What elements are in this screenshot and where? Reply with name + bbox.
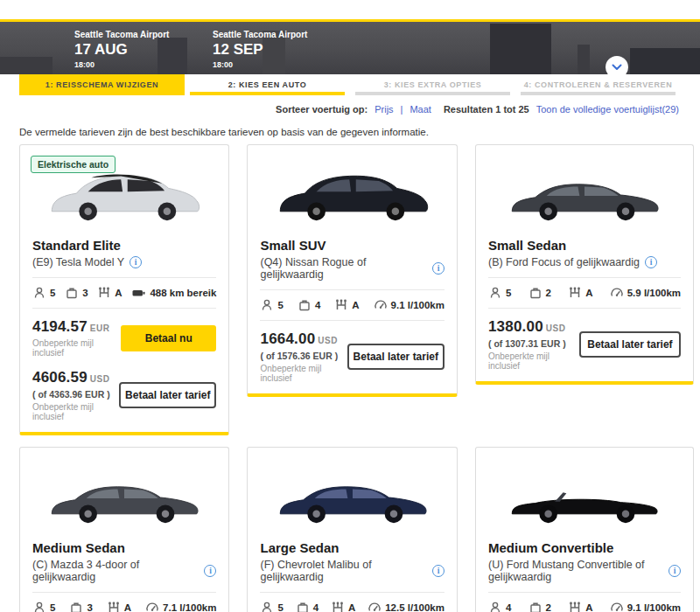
suitcase-icon — [528, 601, 542, 612]
transmission-icon — [568, 601, 582, 612]
itinerary-banner: Seattle Tacoma Airport 17 AUG 18:00 Seat… — [0, 19, 700, 74]
spec-passengers: 5 — [260, 298, 283, 312]
converted-price: ( of 1576.36 EUR ) — [260, 351, 346, 361]
person-icon — [32, 601, 46, 612]
vehicle-class: Standard Elite — [32, 238, 216, 253]
spec-passengers: 5 — [32, 286, 55, 300]
price-amount: 4606.59 — [32, 369, 88, 386]
sort-by-price-link[interactable]: Prijs — [374, 104, 393, 115]
info-icon[interactable]: i — [645, 256, 657, 268]
dropoff-date: 12 SEP — [213, 41, 307, 59]
spec-bags: 2 — [528, 286, 551, 300]
person-icon — [32, 286, 46, 300]
speedometer-icon — [610, 286, 624, 300]
suitcase-icon — [298, 298, 312, 312]
dropoff-summary: Seattle Tacoma Airport 12 SEP 18:00 — [213, 30, 307, 69]
speedometer-icon — [368, 601, 382, 612]
spec-bags: 2 — [528, 601, 551, 612]
tab-step-4-controleren[interactable]: 4: CONTROLEREN & RESERVEREN — [515, 74, 681, 95]
vehicle-class: Small Sedan — [488, 238, 681, 253]
spec-transmission: A — [107, 601, 131, 612]
spec-transmission: A — [97, 286, 122, 300]
rates-notice: De vermelde tarieven zijn de best beschi… — [19, 127, 700, 137]
transmission-icon — [331, 601, 345, 612]
vehicle-model: (F) Chevrolet Malibu of gelijkwaardig — [260, 559, 426, 583]
converted-price: ( of 1307.31 EUR ) — [488, 338, 579, 349]
vehicle-card-medium-convertible: Medium Convertible (U) Ford Mustang Conv… — [475, 447, 694, 612]
sort-separator: | — [401, 104, 403, 115]
car-image-ford-focus — [502, 157, 667, 233]
suitcase-icon — [528, 286, 542, 300]
price-amount: 1380.00 — [488, 318, 543, 335]
person-icon — [488, 601, 502, 612]
pay-later-button[interactable]: Betaal later tarief — [347, 344, 444, 370]
top-whitespace — [0, 0, 700, 19]
spec-fuel: 12.5 l/100km — [368, 601, 444, 612]
person-icon — [260, 298, 274, 312]
spec-transmission: A — [334, 298, 359, 312]
vehicle-card-small-suv: Small SUV (Q4) Nissan Rogue of gelijkwaa… — [247, 144, 457, 397]
pay-later-button[interactable]: Betaal later tarief — [119, 382, 216, 408]
vehicle-card-standard-elite: Elektrische auto Standard Elite (E9) Tes… — [19, 144, 229, 435]
price-currency: EUR — [90, 323, 110, 333]
pickup-summary: Seattle Tacoma Airport 17 AUG 18:00 — [74, 30, 169, 69]
mileage-note: Onbeperkte mijl inclusief — [32, 338, 121, 358]
vehicle-class: Medium Convertible — [488, 540, 681, 555]
expand-itinerary-button[interactable] — [606, 56, 628, 74]
spec-passengers: 5 — [32, 601, 55, 612]
spec-bags: 3 — [69, 601, 92, 612]
spec-transmission: A — [568, 601, 592, 612]
info-icon[interactable]: i — [130, 256, 142, 268]
spec-transmission: A — [331, 601, 355, 612]
vehicle-model: (C) Mazda 3 4-door of gelijkwaardig — [32, 559, 199, 583]
vehicle-model: (E9) Tesla Model Y — [32, 256, 124, 268]
price-currency: USD — [90, 374, 110, 384]
pickup-date: 17 AUG — [74, 41, 169, 59]
transmission-icon — [107, 601, 121, 612]
spec-fuel: 7.1 l/100km — [145, 601, 216, 612]
pay-now-offer: 4194.57EUR Onbeperkte mijl inclusief Bet… — [32, 318, 216, 358]
speedometer-icon — [374, 298, 388, 312]
pay-now-button[interactable]: Betaal nu — [121, 325, 216, 351]
vehicle-class: Large Sedan — [260, 540, 444, 555]
speedometer-icon — [610, 601, 624, 612]
booking-steps: 1: REISSCHEMA WIJZIGEN 2: KIES EEN AUTO … — [19, 74, 681, 95]
suitcase-icon — [69, 601, 83, 612]
price-currency: USD — [546, 323, 566, 333]
battery-icon — [131, 286, 146, 300]
vehicle-model: (Q4) Nissan Rogue of gelijkwaardig — [260, 256, 426, 281]
pay-later-offer: 1664.00USD ( of 1576.36 EUR ) Onbeperkte… — [260, 330, 444, 383]
pickup-location: Seattle Tacoma Airport — [74, 30, 169, 39]
spec-transmission: A — [568, 286, 592, 300]
person-icon — [260, 601, 274, 612]
tab-step-3-extra-opties[interactable]: 3: KIES EXTRA OPTIES — [350, 74, 515, 95]
car-image-ford-mustang-convertible — [502, 460, 667, 535]
vehicle-card-medium-sedan: Medium Sedan (C) Mazda 3 4-door of gelij… — [19, 447, 229, 612]
info-icon[interactable]: i — [668, 565, 681, 577]
vehicle-class: Small SUV — [260, 238, 444, 253]
info-icon[interactable]: i — [432, 262, 444, 275]
person-icon — [488, 286, 502, 300]
spec-range: 488 km bereik — [131, 286, 216, 300]
pickup-time: 18:00 — [74, 60, 169, 69]
spec-bags: 4 — [298, 298, 320, 312]
spec-passengers: 5 — [260, 601, 283, 612]
dropoff-location: Seattle Tacoma Airport — [213, 30, 307, 39]
info-icon[interactable]: i — [432, 565, 444, 577]
info-icon[interactable]: i — [204, 565, 216, 577]
spec-fuel: 9.1 l/100km — [610, 601, 681, 612]
chevron-down-icon — [612, 64, 622, 71]
mileage-note: Onbeperkte mijl inclusief — [260, 364, 346, 383]
pay-later-offer: 4606.59USD ( of 4363.96 EUR ) Onbeperkte… — [32, 369, 216, 421]
suitcase-icon — [65, 286, 79, 300]
converted-price: ( of 4363.96 EUR ) — [32, 389, 119, 400]
pay-later-button[interactable]: Betaal later tarief — [579, 331, 681, 358]
show-full-list-link[interactable]: Toon de volledige voertuiglijst(29) — [536, 104, 679, 115]
tab-step-1-reisschema[interactable]: 1: REISSCHEMA WIJZIGEN — [19, 74, 185, 95]
tab-step-2-kies-auto[interactable]: 2: KIES EEN AUTO — [185, 74, 350, 95]
transmission-icon — [568, 286, 582, 300]
vehicle-model: (U) Ford Mustang Convertible of gelijkwa… — [488, 559, 663, 583]
mileage-note: Onbeperkte mijl inclusief — [488, 351, 579, 371]
sort-label: Sorteer voertuig op: — [276, 104, 368, 115]
sort-by-size-link[interactable]: Maat — [410, 104, 430, 115]
